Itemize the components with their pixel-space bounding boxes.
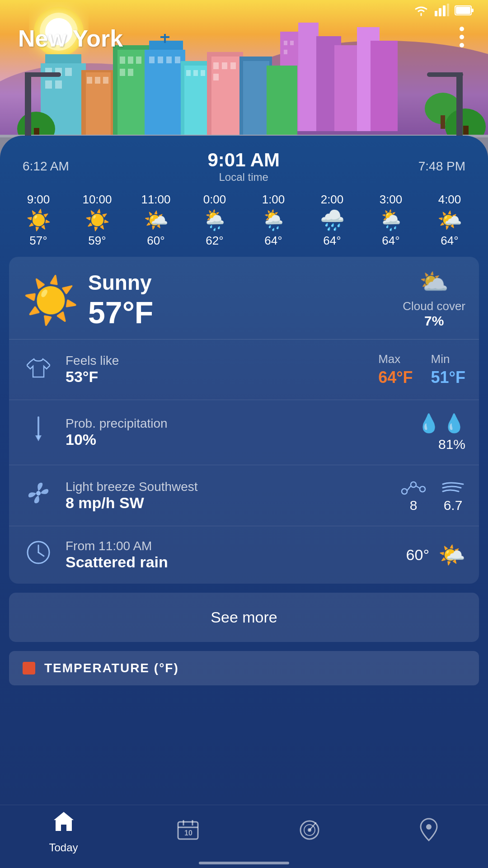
hour-time: 10:00 [82, 193, 112, 207]
wind-fan-icon [23, 481, 54, 511]
weather-panel: 6:12 AM 9:01 AM Local time 7:48 PM 9:00 … [0, 136, 488, 805]
clock-icon [23, 540, 54, 570]
svg-text:10: 10 [184, 829, 192, 837]
more-menu-button[interactable] [454, 25, 470, 53]
svg-line-97 [416, 486, 420, 488]
svg-point-94 [411, 482, 416, 487]
svg-rect-61 [222, 62, 227, 69]
svg-rect-32 [55, 80, 62, 89]
precipitation-label: Prob. precipitation [66, 416, 406, 431]
precipitation-text: Prob. precipitation 10% [66, 416, 406, 448]
svg-rect-48 [160, 36, 169, 38]
precipitation-row: Prob. precipitation 10% 💧 💧 81% [9, 400, 479, 465]
see-more-button[interactable]: See more [9, 593, 479, 642]
hour-item[interactable]: 2:00 🌧️ 64° [303, 193, 361, 248]
hour-temp: 64° [382, 234, 399, 248]
next-weather-label: From 11:00 AM [66, 539, 395, 553]
hour-item[interactable]: 11:00 🌤️ 60° [127, 193, 185, 248]
droplet-icon-2: 💧 [443, 413, 465, 434]
nav-today[interactable]: Today [49, 810, 78, 854]
hour-item[interactable]: 10:00 ☀️ 59° [68, 193, 127, 248]
local-time: 9:01 AM [207, 149, 280, 171]
svg-point-109 [426, 824, 432, 830]
hour-icon: ☀️ [26, 210, 51, 230]
svg-rect-56 [193, 70, 198, 76]
bottom-nav: Today 10 [0, 805, 488, 868]
next-weather-row: From 11:00 AM Scattered rain 60° 🌤️ [9, 526, 479, 584]
hour-time: 9:00 [27, 193, 50, 207]
hour-item[interactable]: 0:00 🌦️ 62° [185, 193, 244, 248]
max-temp: 64°F [378, 368, 413, 387]
svg-rect-55 [186, 70, 191, 76]
nav-location[interactable] [419, 818, 439, 846]
hour-temp: 62° [206, 234, 223, 248]
forecast-temp: 60° [406, 546, 429, 564]
min-temp: 51°F [431, 368, 465, 387]
nav-calendar[interactable]: 10 [176, 818, 200, 846]
max-temp-block: Max 64°F [378, 352, 413, 387]
hour-time: 2:00 [321, 193, 344, 207]
svg-rect-20 [290, 41, 294, 45]
wind-text: Light breeze Southwest 8 mp/h SW [66, 480, 389, 512]
feels-like-label: Feels like [66, 354, 367, 368]
wind-value: 8 mp/h SW [66, 494, 389, 512]
hour-item[interactable]: 3:00 🌦️ 64° [361, 193, 420, 248]
feels-like-text: Feels like 53°F [66, 354, 367, 386]
home-icon [52, 810, 75, 838]
min-label: Min [431, 352, 465, 366]
hour-temp: 60° [147, 234, 164, 248]
humidity-value: 81% [418, 437, 465, 452]
svg-rect-3 [447, 4, 449, 16]
main-weather-card: ☀️ Sunny 57°F ⛅ Cloud cover 7% Feels lik… [9, 257, 479, 584]
svg-rect-54 [184, 66, 208, 136]
temp-chart-indicator [23, 662, 35, 675]
svg-point-88 [460, 27, 464, 31]
svg-rect-51 [166, 57, 172, 63]
svg-line-96 [407, 486, 411, 491]
cloud-cover-label: Cloud cover [403, 299, 465, 313]
svg-rect-21 [284, 50, 287, 54]
svg-rect-83 [25, 72, 29, 86]
current-weather-icon: ☀️ [23, 278, 79, 323]
hour-item[interactable]: 1:00 🌦️ 64° [244, 193, 303, 248]
svg-rect-43 [120, 69, 125, 76]
hour-icon: ☀️ [85, 210, 110, 230]
battery-icon [455, 5, 474, 18]
cloud-cover-block: ⛅ Cloud cover 7% [403, 268, 465, 329]
wind-label: Light breeze Southwest [66, 480, 389, 494]
forecast-weather-icon: 🌤️ [438, 542, 465, 568]
svg-rect-65 [243, 61, 269, 136]
svg-rect-42 [136, 57, 141, 64]
temp-chart-bar[interactable]: TEMPERATURE (°F) [9, 651, 479, 685]
svg-rect-62 [230, 62, 236, 69]
svg-rect-60 [213, 62, 219, 69]
svg-rect-37 [103, 77, 108, 84]
signal-icon [435, 4, 449, 19]
local-time-block: 9:01 AM Local time [207, 149, 280, 184]
wind-gust-value: 6.7 [441, 498, 465, 513]
svg-point-93 [402, 489, 407, 494]
hour-item[interactable]: 4:00 🌤️ 64° [420, 193, 479, 248]
hour-time: 4:00 [438, 193, 461, 207]
hour-item[interactable]: 9:00 ☀️ 57° [9, 193, 68, 248]
hour-temp: 64° [323, 234, 341, 248]
svg-line-100 [38, 552, 44, 556]
svg-rect-52 [175, 57, 180, 63]
nav-today-label: Today [49, 841, 78, 854]
local-time-label: Local time [207, 171, 280, 184]
svg-rect-14 [298, 23, 319, 131]
nav-radar[interactable] [298, 818, 321, 846]
wind-speed-chart-val: 8 [400, 498, 427, 513]
svg-rect-31 [45, 80, 52, 89]
shirt-icon [23, 355, 54, 384]
hour-icon: 🌦️ [261, 210, 286, 230]
hour-icon: 🌤️ [437, 210, 462, 230]
hour-icon: 🌦️ [202, 210, 227, 230]
status-bar [0, 0, 488, 23]
hour-temp: 64° [264, 234, 282, 248]
next-weather-text: From 11:00 AM Scattered rain [66, 539, 395, 571]
hour-time: 11:00 [141, 193, 170, 207]
svg-rect-25 [441, 115, 445, 129]
hour-icon: 🌦️ [379, 210, 404, 230]
svg-rect-82 [25, 72, 61, 77]
